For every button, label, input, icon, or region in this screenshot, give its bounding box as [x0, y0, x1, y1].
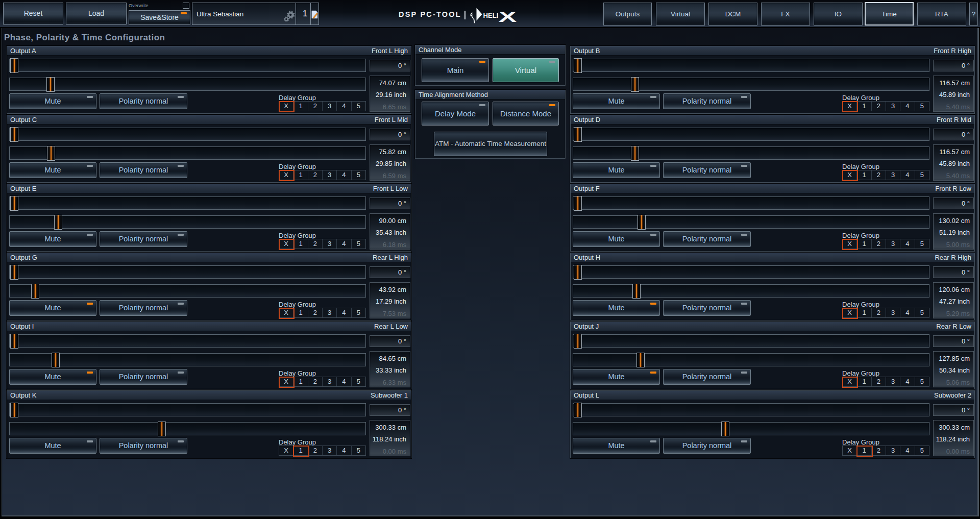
- svg-text:X: X: [499, 8, 517, 24]
- svg-text:HELI: HELI: [483, 11, 499, 19]
